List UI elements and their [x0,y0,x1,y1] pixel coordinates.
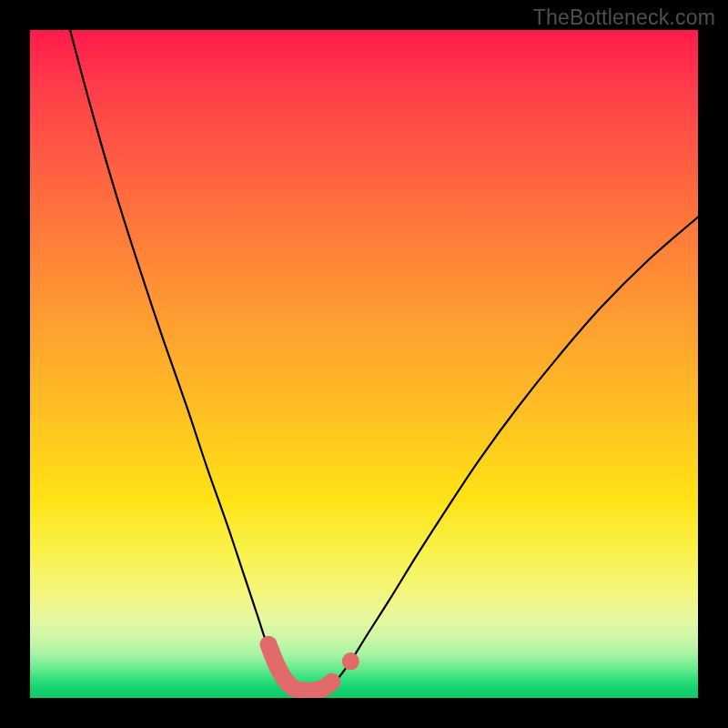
trough-marker-dot [342,652,359,670]
plot-area [30,30,698,698]
plot-svg [30,30,698,698]
watermark-text: TheBottleneck.com [533,5,715,30]
trough-marker-stroke [268,644,332,691]
right-curve [328,217,698,688]
left-curve [70,30,328,692]
chart-stage: TheBottleneck.com [0,0,728,728]
